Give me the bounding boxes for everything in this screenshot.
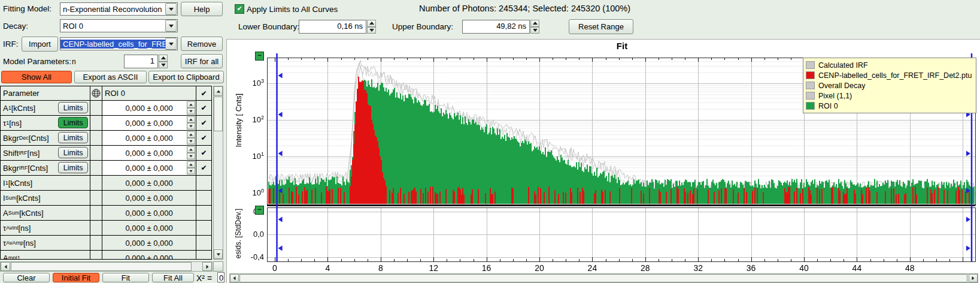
limits-button[interactable]: Limits	[58, 117, 88, 128]
spin-up-icon[interactable]	[187, 131, 195, 138]
limits-button[interactable]: Limits	[58, 102, 88, 113]
row-checkbox[interactable]	[196, 206, 211, 220]
spin-down-icon[interactable]	[530, 27, 539, 34]
spin-up-icon[interactable]	[187, 116, 195, 123]
value-spinner[interactable]	[187, 146, 195, 159]
limits-button[interactable]: Limits	[58, 132, 88, 143]
upper-boundary-spinner[interactable]	[530, 20, 539, 34]
parameter-value[interactable]: 0,000 ± 0,000	[102, 146, 196, 160]
legend-item: Overall Decay	[806, 80, 973, 91]
table-horizontal-scrollbar[interactable]	[0, 261, 213, 272]
legend-swatch-icon	[806, 71, 815, 79]
parameter-value[interactable]: 0,000 ± 0,000	[102, 131, 196, 145]
irf-import-button[interactable]: Import	[22, 37, 58, 52]
parameter-name: τAvInt[ns]	[1, 221, 90, 235]
spin-down-icon[interactable]	[187, 123, 195, 130]
legend-swatch-icon	[806, 92, 815, 100]
limits-button[interactable]: Limits	[58, 147, 88, 158]
apply-limits-checkbox[interactable]: ✔	[235, 4, 244, 14]
reset-range-button[interactable]: Reset Range	[569, 19, 633, 34]
scroll-right-icon[interactable]	[202, 262, 212, 271]
irf-for-all-button[interactable]: IRF for all	[181, 54, 223, 68]
scroll-right-icon[interactable]	[969, 274, 978, 282]
fit-all-button[interactable]: Fit All	[152, 273, 194, 282]
spin-down-icon[interactable]	[187, 108, 195, 115]
spin-up-icon[interactable]	[187, 146, 195, 153]
header-check[interactable]: ✔	[196, 86, 211, 100]
limits-button[interactable]: Limits	[58, 162, 88, 173]
scroll-left-icon[interactable]	[1, 262, 10, 271]
spin-up-icon[interactable]	[367, 20, 376, 27]
spin-up-icon[interactable]	[187, 161, 195, 168]
fit-button[interactable]: Fit	[102, 273, 149, 282]
collapse-residuals-handle[interactable]: −	[255, 206, 264, 215]
parameter-value[interactable]: 0,000 ± 0,000	[102, 101, 196, 115]
legend-swatch-icon	[806, 82, 815, 89]
spin-down-icon[interactable]	[187, 138, 195, 144]
parameter-name: ShiftIRF[ns]Limits	[1, 146, 90, 160]
x-axis-tick-label: 24	[581, 263, 603, 273]
parameter-value[interactable]: 0,000 ± 0,000	[102, 161, 196, 175]
spin-down-icon[interactable]	[187, 168, 195, 174]
show-all-button[interactable]: Show All	[1, 71, 72, 83]
globe-cell	[90, 101, 102, 115]
fitting-model-select[interactable]: n-Exponential Reconvolution	[60, 2, 178, 16]
spin-up-icon[interactable]	[187, 101, 195, 108]
chevron-down-icon[interactable]	[165, 20, 177, 32]
residual-tick-label: -0,4	[236, 252, 264, 261]
chart-horizontal-scrollbar[interactable]	[229, 273, 978, 283]
scroll-up-icon[interactable]	[214, 86, 223, 96]
row-checkbox[interactable]: ✔	[196, 101, 211, 115]
parameter-value: 0,000 ± 0,000	[102, 221, 196, 235]
parameter-value: 0,000 ± 0,000	[102, 251, 196, 260]
irf-file-select[interactable]: CENP-labelled_cells_for_FRET	[60, 37, 178, 50]
x-axis-tick-label: 36	[741, 263, 762, 273]
lower-boundary-spinner[interactable]	[367, 20, 376, 34]
spin-up-icon[interactable]	[530, 20, 539, 27]
chevron-down-icon[interactable]	[165, 38, 177, 50]
value-spinner[interactable]	[187, 101, 195, 115]
row-checkbox[interactable]: ✔	[196, 131, 211, 145]
value-spinner[interactable]	[187, 161, 195, 174]
spin-down-icon[interactable]	[159, 62, 168, 69]
globe-cell	[90, 221, 102, 235]
row-checkbox[interactable]: ✔	[196, 116, 211, 130]
chevron-down-icon[interactable]	[165, 3, 177, 15]
scroll-thumb[interactable]	[214, 97, 223, 131]
help-button[interactable]: Help	[181, 2, 223, 16]
scroll-thumb[interactable]	[239, 274, 967, 282]
model-parameters-label: Model Parameters:	[3, 57, 71, 66]
row-checkbox[interactable]	[196, 191, 211, 205]
model-parameters-n-input[interactable]: 1	[124, 55, 158, 68]
model-parameters-spinner[interactable]	[159, 55, 168, 68]
lower-boundary-input[interactable]: 0,16 ns	[299, 20, 366, 34]
spin-up-icon[interactable]	[159, 55, 168, 62]
scroll-left-icon[interactable]	[230, 274, 239, 282]
value-spinner[interactable]	[187, 116, 195, 130]
row-checkbox[interactable]: ✔	[196, 161, 211, 175]
spin-down-icon[interactable]	[367, 27, 376, 34]
row-checkbox[interactable]	[196, 176, 211, 190]
irf-remove-button[interactable]: Remove	[181, 37, 223, 51]
spin-down-icon[interactable]	[187, 153, 195, 159]
scroll-thumb[interactable]	[11, 262, 192, 271]
legend-item: CENP-labelled_cells_for_FRET_IRF_Det2.pt…	[806, 70, 973, 80]
globe-cell	[90, 176, 102, 190]
export-clipboard-button[interactable]: Export to Clipboard	[148, 71, 224, 83]
clear-button[interactable]: Clear	[3, 273, 50, 282]
table-vertical-scrollbar[interactable]	[213, 86, 223, 260]
row-checkbox[interactable]: ✔	[196, 146, 211, 160]
row-checkbox[interactable]	[196, 236, 211, 250]
value-spinner[interactable]	[187, 131, 195, 144]
decay-select[interactable]: ROI 0	[60, 19, 178, 32]
upper-boundary-input[interactable]: 49,82 ns	[462, 20, 530, 34]
globe-icon[interactable]	[90, 86, 102, 100]
collapse-intensity-handle[interactable]: −	[255, 52, 264, 61]
apply-limits-label: Apply Limits to All Curves	[247, 5, 338, 14]
initial-fit-button[interactable]: Initial Fit	[53, 273, 99, 282]
row-checkbox[interactable]	[196, 251, 211, 260]
row-checkbox[interactable]	[196, 221, 211, 235]
export-ascii-button[interactable]: Export as ASCII	[74, 71, 147, 83]
parameter-value[interactable]: 0,000 ± 0,000	[102, 116, 196, 130]
scroll-down-icon[interactable]	[214, 249, 223, 259]
